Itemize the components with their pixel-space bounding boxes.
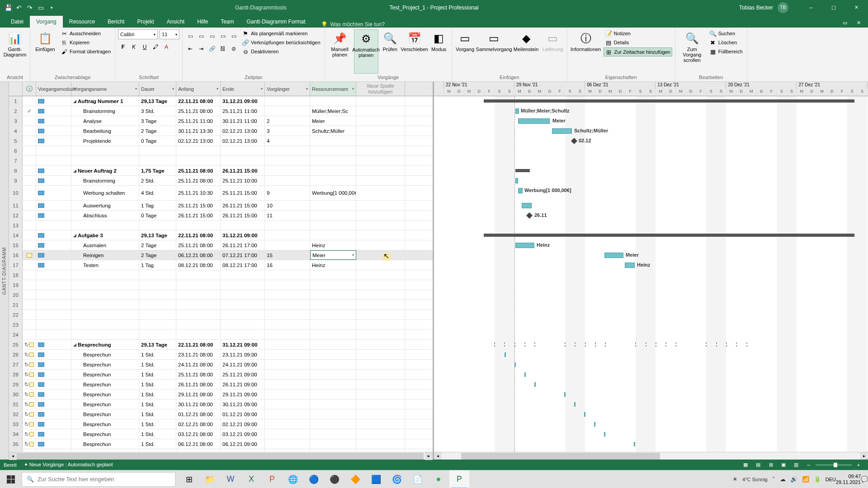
details-button[interactable]: ▤Details (604, 38, 672, 47)
table-row[interactable]: 14◢ Aufgabe 329,13 Tage22.11.21 08:0031.… (9, 230, 433, 240)
save-icon[interactable]: 💾 (5, 4, 12, 11)
table-row[interactable]: 22 (9, 310, 433, 320)
qat-more-icon[interactable]: ▾ (48, 4, 55, 11)
tab-hilfe[interactable]: Hilfe (191, 16, 214, 28)
app1-icon[interactable]: 🔶 (345, 470, 365, 488)
clear-button[interactable]: ✖Löschen (708, 38, 744, 47)
maximize-button[interactable]: ▢ (825, 0, 843, 15)
font-name-combo[interactable]: Calibri▾ (118, 29, 158, 39)
table-row[interactable]: 15Ausmalen2 Tage25.11.21 08:0026.11.21 1… (9, 240, 433, 250)
col-name-header[interactable]: Vorgangsname▾ (71, 82, 139, 96)
edge-icon[interactable]: 🌐 (283, 470, 303, 488)
ribbon-close-icon[interactable]: ✕ (853, 18, 864, 28)
weather-icon[interactable]: ☀ (732, 476, 738, 483)
table-row[interactable]: 26↻Besprechun1 Std.23.11.21 08:0023.11.2… (9, 350, 433, 360)
table-row[interactable]: 19 (9, 280, 433, 290)
col-start-header[interactable]: Anfang▾ (176, 82, 221, 96)
table-row[interactable]: 10Werbung schalten4 Std.25.11.21 10:3025… (9, 186, 433, 201)
col-rownum-header[interactable] (9, 82, 23, 96)
grid-scroll-thumb[interactable] (17, 453, 424, 460)
view-gantt-icon[interactable]: ▦ (740, 460, 751, 469)
table-row[interactable]: 11Auswertung1 Tag25.11.21 15:0026.11.21 … (9, 201, 433, 211)
manual-schedule-button[interactable]: 📌Manuell planen (328, 29, 352, 74)
tab-ressource[interactable]: Ressource (63, 16, 101, 28)
font-color-icon[interactable]: A (161, 42, 171, 52)
pct0-icon[interactable]: ▭ (185, 31, 195, 41)
notes-button[interactable]: 📝Notizen (604, 29, 672, 38)
view-side-tab[interactable]: GANTT-DIAGRAMM (0, 82, 9, 460)
scroll-left-icon[interactable]: ◄ (9, 452, 17, 460)
weather-text[interactable]: 4°C Sonnig (742, 477, 768, 482)
volume-icon[interactable]: 🔊 (790, 476, 797, 483)
outdent-icon[interactable]: ⇤ (185, 44, 195, 54)
table-row[interactable]: 31↻Besprechun1 Std.30.11.21 08:0030.11.2… (9, 399, 433, 409)
table-row[interactable]: 24 (9, 330, 433, 340)
spotify-icon[interactable]: ● (429, 470, 448, 488)
table-row[interactable]: 1◢ Auftrag Nummer 129,13 Tage22.11.21 08… (9, 96, 433, 106)
table-row[interactable]: 25↻◢ Besprechung29,13 Tage22.11.21 08:00… (9, 340, 433, 350)
insert-milestone-button[interactable]: ◆Meilenstein (513, 29, 540, 74)
col-info-header[interactable]: ⓘ (23, 82, 36, 96)
tab-ansicht[interactable]: Ansicht (160, 16, 191, 28)
onedrive-icon[interactable]: ☁ (780, 476, 786, 483)
table-row[interactable]: 16Reinigen2 Tage06.12.21 08:0007.12.21 1… (9, 250, 433, 260)
notepad-icon[interactable]: 📄 (408, 470, 428, 488)
tray-expand-icon[interactable]: ˄ (772, 476, 775, 483)
mode-button[interactable]: ◧Modus (429, 29, 449, 74)
inspect-button[interactable]: 🔍Prüfen (380, 29, 400, 74)
redo-icon[interactable]: ↷ (26, 4, 33, 11)
auto-schedule-button[interactable]: ⚙Automatisch planen (354, 29, 378, 74)
grid-hscroll[interactable]: ◄ ► (9, 452, 433, 460)
col-pred-header[interactable]: Vorgänger▾ (265, 82, 310, 96)
find-button[interactable]: 🔍Suchen (708, 29, 744, 38)
word-icon[interactable]: W (221, 470, 241, 488)
table-row[interactable]: 3Analyse3 Tage25.11.21 11:0030.11.21 11:… (9, 116, 433, 126)
tab-datei[interactable]: Datei (5, 16, 30, 28)
underline-button[interactable]: U (140, 42, 150, 52)
table-row[interactable]: 13 (9, 221, 433, 230)
view-usage-icon[interactable]: ▤ (752, 460, 764, 469)
col-mode-header[interactable]: Vorgangsmodus▾ (36, 82, 71, 96)
font-size-combo[interactable]: 11▾ (160, 29, 179, 39)
insert-deliverable-button[interactable]: ▭Lieferung (542, 29, 564, 74)
gantt-timescale[interactable]: 22 Nov '2129 Nov '2106 Dez '2113 Dez '21… (434, 82, 868, 96)
scroll-to-task-button[interactable]: 🔍Zum Vorgang scrollen (678, 29, 706, 74)
gantt-hscroll[interactable]: ◄ ► (434, 452, 868, 460)
link-icon[interactable]: 🔗 (207, 44, 217, 54)
table-row[interactable]: 6 (9, 146, 433, 156)
col-new-header[interactable]: Neue Spalte hinzufügen (356, 82, 405, 96)
pct50-icon[interactable]: ▭ (207, 31, 217, 41)
view-network-icon[interactable]: ⊞ (765, 460, 777, 469)
gantt-body[interactable]: Müller;Meier;SchultzMeierSchultz;Müller0… (434, 96, 868, 452)
close-button[interactable]: ✕ (847, 0, 865, 15)
table-row[interactable]: 12Abschluss0 Tage26.11.21 15:0026.11.21 … (9, 211, 433, 221)
explorer-icon[interactable]: 📁 (200, 470, 220, 488)
add-to-timeline-button[interactable]: ⊞Zur Zeitachse hinzufügen (604, 47, 672, 56)
project-icon[interactable]: P (449, 470, 469, 488)
app2-icon[interactable]: 🟦 (366, 470, 386, 488)
view-calendar-icon[interactable]: ▣ (778, 460, 789, 469)
table-row[interactable]: 34↻Besprechun1 Std.03.12.21 08:0003.12.2… (9, 429, 433, 439)
gantt-scroll-left-icon[interactable]: ◄ (434, 452, 442, 460)
fill-button[interactable]: ▦Füllbereich (708, 47, 744, 56)
format-painter-button[interactable]: 🖌Format übertragen (59, 47, 112, 56)
table-row[interactable]: 21 (9, 300, 433, 310)
powerpoint-icon[interactable]: P (262, 470, 282, 488)
bold-button[interactable]: F (118, 42, 128, 52)
table-row[interactable]: 23 (9, 320, 433, 330)
table-row[interactable]: 28↻Besprechun1 Std.25.11.21 08:0025.11.2… (9, 370, 433, 380)
table-row[interactable]: 9Brainstorming2 Std.25.11.21 08:0025.11.… (9, 176, 433, 186)
undo-icon[interactable]: ↶ (15, 4, 23, 11)
status-mode[interactable]: ✦ Neue Vorgänge : Automatisch geplant (24, 462, 113, 468)
table-row[interactable]: 32↻Besprechun1 Std.01.12.21 08:0001.12.2… (9, 409, 433, 419)
excel-icon[interactable]: X (241, 470, 261, 488)
tab-format[interactable]: Gantt-Diagramm Format (241, 16, 312, 28)
chrome-icon[interactable]: 🔵 (304, 470, 324, 488)
gantt-scroll-right-icon[interactable]: ► (860, 452, 868, 460)
minimize-button[interactable]: ─ (802, 0, 820, 15)
copy-button[interactable]: ⎘Kopieren (59, 38, 112, 47)
battery-icon[interactable]: 🔋 (814, 476, 821, 483)
ribbon-display-icon[interactable]: ▭ (839, 18, 851, 28)
scroll-right-icon[interactable]: ► (425, 452, 433, 460)
tell-me-search[interactable]: 💡 Was möchten Sie tun? (321, 21, 385, 28)
